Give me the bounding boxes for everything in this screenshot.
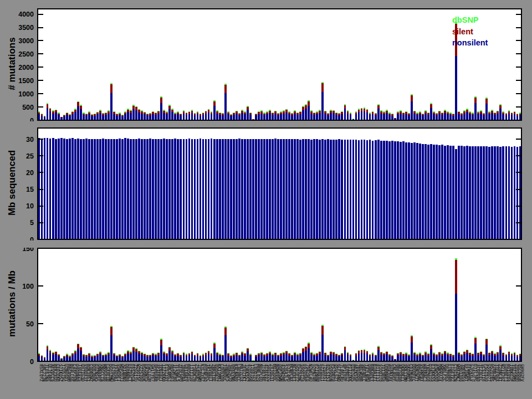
bar-segment (149, 113, 151, 114)
bar-segment (463, 352, 466, 354)
bar-segment (244, 353, 246, 354)
bar-segment (135, 349, 137, 352)
bar-segment (274, 352, 277, 353)
bar-segment (41, 357, 43, 361)
bar-segment (296, 113, 299, 115)
bar-segment (258, 112, 260, 114)
bar-segment (174, 139, 176, 239)
panel-mutations-per-mb-chart: 0501001508SXLQYZSHL22JNTLE6JN4UL7E4RPAEV… (0, 248, 532, 399)
bar-segment (227, 354, 229, 355)
bar-segment (233, 356, 235, 361)
bar-segment (283, 114, 285, 120)
bar-segment (499, 345, 502, 346)
bar-segment (375, 355, 377, 355)
bar-segment (358, 354, 360, 361)
bar-segment (252, 360, 254, 361)
bar-segment (222, 139, 224, 240)
bar-segment (499, 109, 502, 120)
bar-segment (269, 110, 271, 111)
bar-segment (60, 117, 63, 117)
bar-segment (211, 353, 213, 354)
bar-segment (258, 353, 260, 354)
y-tick-label: 20 (26, 169, 34, 177)
bar-segment (163, 354, 165, 361)
bar-segment (94, 114, 96, 114)
bar-segment (383, 111, 385, 112)
bar-segment (466, 109, 468, 110)
bar-segment (472, 356, 474, 361)
bar-segment (119, 115, 121, 120)
bar-segment (316, 114, 318, 120)
bar-segment (236, 111, 238, 114)
bar-segment (422, 114, 424, 116)
bar-segment (135, 348, 137, 349)
bar-segment (49, 350, 52, 351)
bar-segment (499, 105, 502, 109)
bar-segment (441, 115, 443, 120)
bar-segment (188, 112, 191, 114)
bar-segment (224, 85, 227, 93)
bar-segment (377, 346, 380, 347)
bar-segment (474, 338, 477, 344)
bar-segment (44, 357, 46, 359)
bar-segment (514, 352, 516, 352)
bar-segment (330, 113, 332, 120)
bar-segment (241, 139, 243, 240)
y-tick-label: 0 (30, 358, 34, 366)
bar-segment (105, 356, 107, 361)
bar-segment (288, 114, 290, 120)
bar-segment (69, 139, 71, 239)
bar-segment (263, 139, 265, 240)
bar-segment (149, 114, 151, 115)
bar-segment (83, 112, 85, 113)
bar-segment (319, 113, 321, 120)
bar-segment (491, 113, 493, 120)
bar-segment (350, 140, 352, 239)
bar-segment (338, 139, 340, 239)
bar-segment (483, 354, 485, 355)
bar-segment (168, 105, 171, 106)
bar-segment (416, 355, 418, 356)
bar-segment (230, 355, 232, 356)
bar-segment (208, 139, 210, 240)
bar-segment (157, 355, 160, 361)
bar-segment (88, 112, 90, 114)
bar-segment (244, 356, 246, 361)
bar-segment (219, 112, 221, 113)
bar-segment (163, 111, 165, 113)
bar-segment (80, 347, 82, 348)
bar-segment (338, 356, 340, 361)
bar-segment (375, 115, 377, 120)
bar-segment (461, 113, 463, 114)
bar-segment (411, 336, 413, 342)
bar-segment (238, 113, 241, 114)
bar-segment (408, 355, 410, 357)
bar-segment (211, 354, 213, 355)
bar-segment (488, 112, 490, 114)
bar-segment (280, 111, 282, 112)
bar-segment (341, 114, 343, 120)
bar-segment (266, 353, 268, 354)
bar-segment (455, 294, 457, 361)
bar-segment (472, 354, 474, 356)
bar-segment (77, 344, 79, 348)
bar-segment (466, 350, 468, 351)
bar-segment (47, 350, 49, 361)
bar-segment (186, 355, 188, 356)
bar-segment (358, 112, 360, 120)
bar-segment (55, 110, 57, 110)
bar-segment (127, 350, 129, 351)
bar-segment (121, 139, 124, 240)
bar-segment (224, 328, 227, 335)
bar-segment (313, 139, 315, 239)
plot-area (38, 128, 521, 239)
bar-segment (519, 115, 521, 120)
bar-segment (416, 354, 418, 354)
bar-segment (483, 113, 485, 114)
bar-segment (188, 139, 191, 239)
bar-segment (132, 109, 135, 120)
bar-segment (413, 353, 416, 355)
bar-segment (263, 354, 265, 355)
bar-segment (508, 111, 510, 114)
bar-segment (132, 347, 135, 348)
